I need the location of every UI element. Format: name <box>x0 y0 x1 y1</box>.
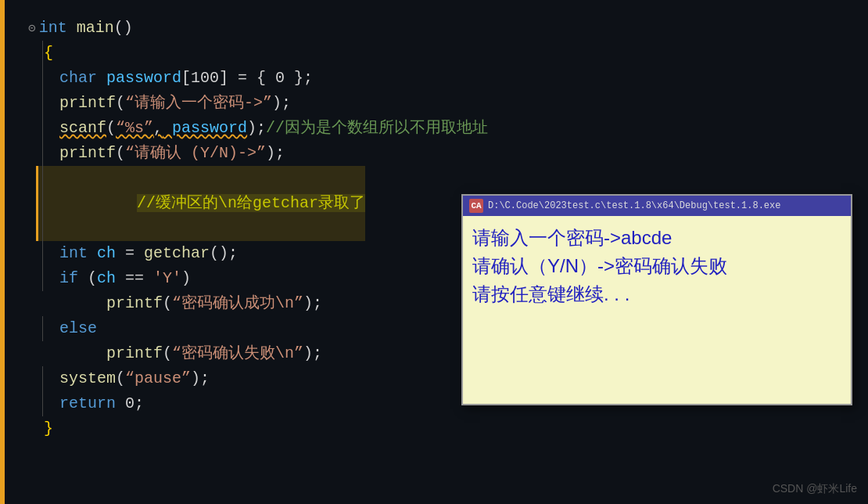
editor-area: ⊝ int main () { char password [100] = { … <box>0 0 868 504</box>
if-cond: ( <box>78 266 97 291</box>
close-brace: } <box>44 416 53 441</box>
code-line-6: printf ( “请确认 (Y/N)->” ); <box>28 141 860 166</box>
var-ch: ch <box>97 241 116 266</box>
func-getchar: getchar <box>144 241 210 266</box>
assign: = <box>116 241 144 266</box>
keyword-return: return <box>59 391 116 416</box>
var-password2: password <box>172 116 247 141</box>
space2 <box>163 116 172 141</box>
code-line-2: { <box>28 41 860 66</box>
code-line-3: char password [100] = { 0 }; <box>28 66 860 91</box>
highlight-span: //缓冲区的\n给getchar录取了 <box>36 166 365 241</box>
string-success: “密码确认成功\n” <box>172 291 303 316</box>
keyword-int-2: int <box>59 241 88 266</box>
terminal-titlebar: CA D:\C.Code\2023test.c\test.1.8\x64\Deb… <box>463 196 851 216</box>
paren-close: ); <box>272 91 291 116</box>
terminal-output-line3: 请按任意键继续. . . <box>472 280 841 308</box>
paren-open: ( <box>116 91 125 116</box>
var-password: password <box>106 66 181 91</box>
paren-close2: ); <box>247 116 266 141</box>
code-line-1: ⊝ int main () <box>28 16 860 41</box>
code-line-5: scanf ( “%s” , password ); //因为是个数组所以不用取… <box>28 116 860 141</box>
char-y: 'Y' <box>153 266 181 291</box>
terminal-output-line2: 请确认（Y/N）->密码确认失败 <box>472 252 841 280</box>
func-system: system <box>59 366 116 391</box>
comment-1: //因为是个数组所以不用取地址 <box>266 116 488 141</box>
keyword-int: int <box>39 16 67 41</box>
func-printf-2: printf <box>59 141 116 166</box>
string-fail: “密码确认失败\n” <box>172 341 303 366</box>
string-format: “%s” <box>116 116 153 141</box>
func-scanf: scanf <box>59 116 106 141</box>
string-1: “请输入一个密码->” <box>125 91 272 116</box>
keyword-else: else <box>59 316 97 341</box>
collapse-icon[interactable]: ⊝ <box>28 20 36 40</box>
paren-close6: ); <box>191 366 210 391</box>
space3 <box>88 241 97 266</box>
func-printf-4: printf <box>106 341 163 366</box>
paren-open4: ( <box>163 291 172 316</box>
watermark: CSDN @虾米Life <box>773 482 857 496</box>
comma-password: , <box>153 116 163 141</box>
func-printf-3: printf <box>106 291 163 316</box>
keyword-char: char <box>59 66 97 91</box>
terminal-title-text: D:\C.Code\2023test.c\test.1.8\x64\Debug\… <box>488 200 780 211</box>
keyword-if: if <box>59 266 78 291</box>
terminal-output-line1: 请输入一个密码->abcde <box>472 224 841 252</box>
cond-close: ) <box>181 266 191 291</box>
paren-open6: ( <box>116 366 125 391</box>
comment-highlight-text: //缓冲区的\n给getchar录取了 <box>137 194 365 212</box>
space <box>67 16 77 41</box>
bracket-expr: [100] = { 0 }; <box>181 66 313 91</box>
paren-open3: ( <box>116 141 125 166</box>
eq-op: == <box>116 266 153 291</box>
terminal-body: 请输入一个密码->abcde 请确认（Y/N）->密码确认失败 请按任意键继续.… <box>463 216 851 316</box>
space <box>97 66 106 91</box>
string-pause: “pause” <box>125 366 191 391</box>
terminal-popup: CA D:\C.Code\2023test.c\test.1.8\x64\Deb… <box>461 194 852 405</box>
paren-open5: ( <box>163 341 172 366</box>
paren-close5: ); <box>303 341 322 366</box>
code-line-4: printf ( “请输入一个密码->” ); <box>28 91 860 116</box>
code-line-15: } <box>28 416 860 441</box>
paren-close4: ); <box>303 291 322 316</box>
terminal-app-icon: CA <box>469 199 483 213</box>
func-printf-1: printf <box>59 91 116 116</box>
parens: () <box>114 16 133 41</box>
open-brace: { <box>44 41 53 66</box>
string-2: “请确认 (Y/N)->” <box>125 141 266 166</box>
parens2: (); <box>210 241 238 266</box>
var-ch2: ch <box>97 266 116 291</box>
return-val: 0; <box>116 391 144 416</box>
func-name: main <box>77 16 114 41</box>
paren-close3: ); <box>266 141 285 166</box>
paren-open2: ( <box>106 116 116 141</box>
